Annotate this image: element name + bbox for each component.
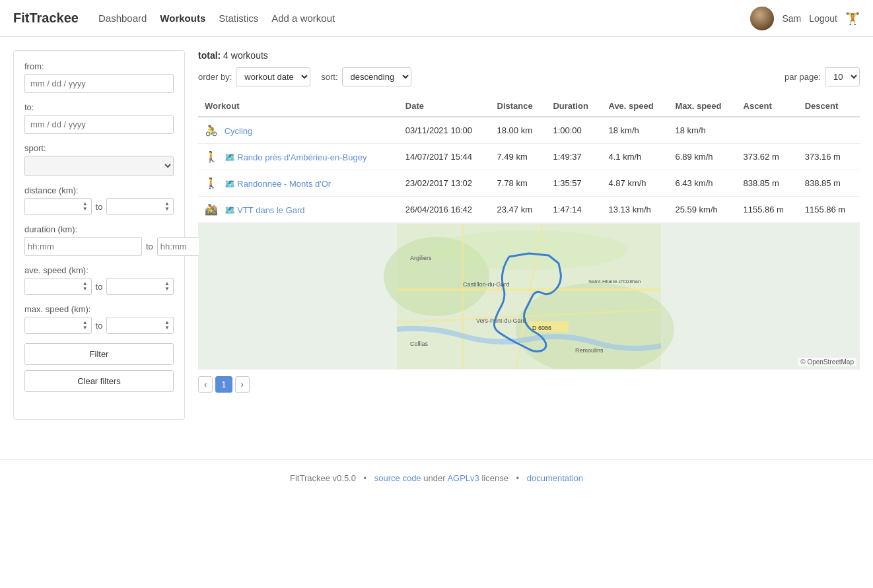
per-page-label: par page: <box>785 72 821 82</box>
nav-links: Dashboard Workouts Statistics Add a work… <box>98 13 750 24</box>
ave-speed-max-down[interactable]: ▼ <box>164 286 170 292</box>
distance-max-down[interactable]: ▼ <box>164 207 170 212</box>
ave-speed-min-input[interactable] <box>28 282 81 292</box>
col-date: Date <box>399 96 491 117</box>
sport-icon: 🚴 <box>205 125 218 136</box>
ave-speed-max-spinners: ▲ ▼ <box>164 281 170 292</box>
workout-date-cell: 23/02/2017 13:02 <box>399 170 491 197</box>
map-credit: © OpenStreetMap <box>798 358 856 366</box>
sort-group: sort: descending ascending <box>321 67 411 86</box>
table-row: 🚴 Cycling 03/11/2021 10:00 18.00 km 1:00… <box>198 117 860 144</box>
footer-license-link[interactable]: AGPLv3 <box>447 473 479 483</box>
ave-speed-max-input[interactable] <box>110 282 162 292</box>
workout-ascent-cell: 838.85 m <box>737 170 798 197</box>
nav-statistics[interactable]: Statistics <box>219 13 258 24</box>
total-prefix: total: <box>198 50 221 61</box>
nav-add-workout[interactable]: Add a workout <box>271 13 335 24</box>
distance-label: distance (km): <box>24 185 174 195</box>
nav-workouts[interactable]: Workouts <box>160 13 205 24</box>
pagination: ‹ 1 › <box>198 370 860 399</box>
workout-max-speed-cell: 6.43 km/h <box>668 170 736 197</box>
workout-ave-speed-cell: 4.1 km/h <box>602 144 668 170</box>
workout-link[interactable]: 🗺️ Rando près d'Ambérieu-en-Bugey <box>225 152 367 162</box>
workout-name-cell: 🚶 🗺️ Rando près d'Ambérieu-en-Bugey <box>198 144 399 170</box>
footer-dot-1: • <box>364 473 367 483</box>
per-page-select[interactable]: 10 20 50 <box>825 67 860 86</box>
footer-license-text: license <box>481 473 508 483</box>
page-1-btn[interactable]: 1 <box>215 376 232 393</box>
workout-descent-cell <box>798 117 860 144</box>
filter-sidebar: from: to: sport: Cycling Hiking Mountain… <box>13 50 185 420</box>
max-speed-max-down[interactable]: ▼ <box>164 325 170 331</box>
max-speed-min-input[interactable] <box>28 321 81 331</box>
svg-text:Castillon-du-Gard: Castillon-du-Gard <box>463 281 510 288</box>
workout-max-speed-cell: 25.59 km/h <box>668 197 736 223</box>
ave-speed-group: ave. speed (km): ▲ ▼ to ▲ ▼ <box>24 265 174 295</box>
table-row: 🚵 🗺️ VTT dans le Gard 26/04/2016 16:42 2… <box>198 197 860 223</box>
workout-descent-cell: 373.16 m <box>798 144 860 170</box>
max-speed-group: max. speed (km): ▲ ▼ to ▲ ▼ <box>24 304 174 334</box>
col-ascent: Ascent <box>737 96 798 117</box>
nav-dashboard[interactable]: Dashboard <box>98 13 147 24</box>
distance-min-down[interactable]: ▼ <box>82 207 88 212</box>
workout-ave-speed-cell: 4.87 km/h <box>602 170 668 197</box>
ave-speed-min-wrap: ▲ ▼ <box>24 278 92 295</box>
clear-filters-button[interactable]: Clear filters <box>24 370 174 392</box>
distance-group: distance (km): ▲ ▼ to ▲ ▼ <box>24 185 174 215</box>
distance-max-input[interactable] <box>110 202 162 212</box>
col-max-speed: Max. speed <box>668 96 736 117</box>
max-speed-label: max. speed (km): <box>24 304 174 314</box>
to-group: to: <box>24 102 174 134</box>
workout-ave-speed-cell: 13.13 km/h <box>602 197 668 223</box>
logout-link[interactable]: Logout <box>809 13 837 24</box>
top-nav: FitTrackee Dashboard Workouts Statistics… <box>0 0 873 37</box>
ave-speed-min-spinners: ▲ ▼ <box>82 281 88 292</box>
sport-icon: 🚶 <box>205 178 218 189</box>
table-head: Workout Date Distance Duration Ave. spee… <box>198 96 860 117</box>
table-header-row: Workout Date Distance Duration Ave. spee… <box>198 96 860 117</box>
distance-max-spinners: ▲ ▼ <box>164 201 170 212</box>
duration-label: duration (km): <box>24 224 174 234</box>
sport-icon: 🚵 <box>205 204 218 215</box>
workout-link[interactable]: 🗺️ Randonnée - Monts d'Or <box>225 179 332 189</box>
footer-doc-link[interactable]: documentation <box>527 473 583 483</box>
per-page-group: par page: 10 20 50 <box>785 67 860 86</box>
distance-min-input[interactable] <box>28 202 81 212</box>
to-input[interactable] <box>24 115 174 134</box>
max-speed-to-sep: to <box>96 321 103 331</box>
col-ave-speed: Ave. speed <box>602 96 668 117</box>
col-duration: Duration <box>546 96 602 117</box>
max-speed-min-wrap: ▲ ▼ <box>24 317 92 334</box>
duration-min-input[interactable] <box>24 237 142 256</box>
distance-max-input-wrap: ▲ ▼ <box>106 198 174 215</box>
prev-page-btn[interactable]: ‹ <box>198 376 213 393</box>
col-descent: Descent <box>798 96 860 117</box>
from-label: from: <box>24 61 174 71</box>
sport-label: sport: <box>24 143 174 153</box>
next-page-btn[interactable]: › <box>235 376 250 393</box>
sort-select[interactable]: descending ascending <box>342 67 411 86</box>
sport-select[interactable]: Cycling Hiking Mountain Biking <box>24 156 174 176</box>
ave-speed-min-down[interactable]: ▼ <box>82 286 88 292</box>
svg-text:Collias: Collias <box>410 341 429 347</box>
distance-min-input-wrap: ▲ ▼ <box>24 198 92 215</box>
filter-button[interactable]: Filter <box>24 343 174 365</box>
workout-distance-cell: 7.49 km <box>491 144 547 170</box>
max-speed-min-down[interactable]: ▼ <box>82 325 88 331</box>
workout-link[interactable]: Cycling <box>225 126 253 136</box>
footer-under: under <box>423 473 445 483</box>
workout-descent-cell: 1155.86 m <box>798 197 860 223</box>
order-by-select[interactable]: workout date distance duration ave. spee… <box>236 67 310 86</box>
workout-link[interactable]: 🗺️ VTT dans le Gard <box>225 205 305 215</box>
ave-speed-label: ave. speed (km): <box>24 265 174 275</box>
workout-distance-cell: 7.78 km <box>491 170 547 197</box>
max-speed-max-input[interactable] <box>110 321 162 331</box>
workout-duration-cell: 1:35:57 <box>546 170 602 197</box>
workout-duration-cell: 1:00:00 <box>546 117 602 144</box>
from-input[interactable] <box>24 74 174 93</box>
max-speed-max-wrap: ▲ ▼ <box>106 317 174 334</box>
order-by-label: order by: <box>198 72 232 82</box>
workouts-content: total: 4 workouts order by: workout date… <box>198 50 860 420</box>
workout-max-speed-cell: 18 km/h <box>668 117 736 144</box>
footer-source-link[interactable]: source code <box>374 473 421 483</box>
